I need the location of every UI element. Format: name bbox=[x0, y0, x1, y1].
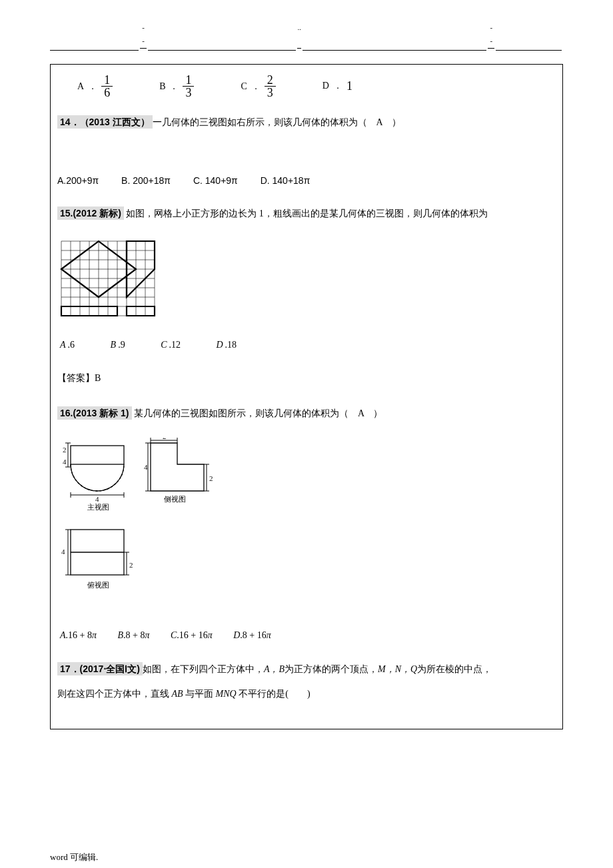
option-c: C.12 bbox=[161, 340, 197, 350]
header-dash: - - bbox=[140, 21, 147, 49]
option-a: A.16 + 8π bbox=[60, 627, 97, 644]
option-d: D. 140+18π bbox=[261, 175, 310, 186]
q15-answer: 【答案】B bbox=[57, 370, 556, 386]
option-c: C.16 + 16π bbox=[171, 627, 213, 644]
option-b: B.9 bbox=[111, 340, 142, 350]
svg-text:2: 2 bbox=[163, 438, 167, 440]
q17: 17．(2017·全国Ⅰ文)如图，在下列四个正方体中，A，B为正方体的两个顶点，… bbox=[57, 657, 556, 706]
content-frame: A． 1 6 B． 1 3 C． 2 3 D． 1 14．（2013 江西文）一 bbox=[50, 64, 563, 729]
svg-text:主视图: 主视图 bbox=[87, 503, 109, 511]
option-label: C bbox=[241, 78, 247, 95]
header-dash-2: - - bbox=[488, 21, 494, 49]
q16-answer: A bbox=[358, 408, 364, 418]
q14-text: 一几何体的三视图如右所示，则该几何体的体积为（ bbox=[153, 117, 367, 127]
svg-text:4: 4 bbox=[144, 463, 148, 471]
svg-text:4: 4 bbox=[61, 548, 65, 556]
fraction-icon: 2 3 bbox=[265, 74, 276, 99]
header-dot: .. bbox=[297, 21, 301, 49]
q14-answer: A bbox=[376, 117, 382, 127]
svg-text:4: 4 bbox=[63, 458, 67, 466]
q15-tag: 15.(2012 新标) bbox=[57, 207, 124, 220]
option-a: A.200+9π bbox=[57, 175, 99, 186]
option-d: D． 1 bbox=[322, 75, 352, 97]
svg-text:4: 4 bbox=[95, 495, 99, 503]
option-d: D.18 bbox=[216, 340, 253, 350]
option-label: D bbox=[322, 77, 329, 94]
q16-text: 某几何体的三视图如图所示，则该几何体的体积为（ bbox=[134, 408, 348, 418]
three-views-figure: 4 2 4 主视图 4 2 2 侧视图 4 2 俯视图 bbox=[57, 438, 556, 616]
option-c: C． 2 3 bbox=[241, 74, 275, 99]
svg-text:2: 2 bbox=[209, 474, 213, 482]
q14-tag: 14．（2013 江西文） bbox=[57, 115, 153, 129]
option-a: A.6 bbox=[60, 340, 91, 350]
svg-text:2: 2 bbox=[63, 446, 67, 454]
option-d: D.8 + 16π bbox=[233, 627, 271, 644]
page-footer: word 可编辑. bbox=[50, 849, 563, 865]
q13-options: A． 1 6 B． 1 3 C． 2 3 D． 1 bbox=[57, 74, 556, 99]
q15-text: 如图，网格上小正方形的边长为 1，粗线画出的是某几何体的三视图，则几何体的体积为 bbox=[126, 209, 488, 218]
page-header: - - .. - - bbox=[50, 23, 563, 51]
fraction-icon: 1 3 bbox=[183, 74, 194, 99]
q17-tag: 17．(2017·全国Ⅰ文) bbox=[57, 662, 143, 675]
option-label: A bbox=[77, 78, 84, 95]
option-c: C. 140+9π bbox=[193, 175, 238, 186]
option-b: B． 1 3 bbox=[159, 74, 194, 99]
svg-text:2: 2 bbox=[129, 561, 133, 569]
q16: 16.(2013 新标 1) 某几何体的三视图如图所示，则该几何体的体积为（ A… bbox=[57, 403, 556, 424]
option-b: B.8 + 8π bbox=[117, 627, 149, 644]
q16-options: A.16 + 8π B.8 + 8π C.16 + 16π D.8 + 16π bbox=[57, 627, 556, 644]
svg-text:俯视图: 俯视图 bbox=[87, 581, 109, 589]
grid-three-view-figure bbox=[57, 237, 556, 328]
fraction-icon: 1 6 bbox=[101, 74, 113, 99]
q15-options: A.6 B.9 C.12 D.18 bbox=[57, 336, 556, 353]
q15: 15.(2012 新标) 如图，网格上小正方形的边长为 1，粗线画出的是某几何体… bbox=[57, 203, 556, 224]
option-label: B bbox=[159, 78, 165, 95]
option-a: A． 1 6 bbox=[77, 74, 113, 99]
svg-rect-20 bbox=[71, 446, 124, 464]
q16-tag: 16.(2013 新标 1) bbox=[57, 406, 132, 420]
q14: 14．（2013 江西文）一几何体的三视图如右所示，则该几何体的体积为（ A ） bbox=[57, 112, 556, 133]
q14-options: A.200+9π B. 200+18π C. 140+9π D. 140+18π bbox=[57, 173, 556, 189]
svg-text:侧视图: 侧视图 bbox=[164, 495, 186, 503]
option-b: B. 200+18π bbox=[121, 175, 171, 186]
